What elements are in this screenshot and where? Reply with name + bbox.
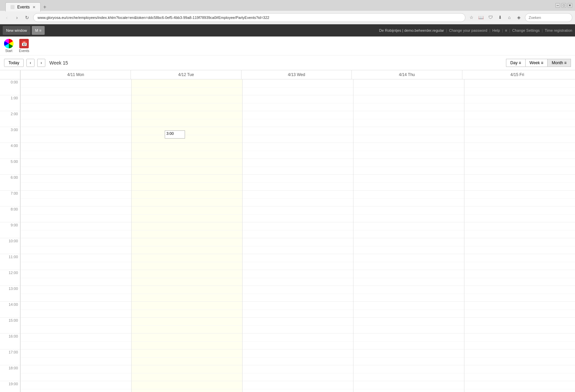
hour-row-d2-h6[interactable] <box>243 175 353 191</box>
reader-icon[interactable]: 📖 <box>477 14 485 22</box>
hour-row-d4-h4[interactable] <box>464 143 575 159</box>
hour-row-d3-h11[interactable] <box>353 254 464 270</box>
calendar-body[interactable]: 0:001:002:003:004:005:006:007:008:009:00… <box>0 79 575 392</box>
hour-row-d4-h2[interactable] <box>464 111 575 127</box>
hour-row-d1-h13[interactable] <box>132 286 242 302</box>
hour-row-d4-h7[interactable] <box>464 191 575 206</box>
hour-row-d4-h8[interactable] <box>464 206 575 222</box>
hour-row-d1-h14[interactable] <box>132 302 242 318</box>
back-button[interactable]: ‹ <box>3 14 11 22</box>
close-button[interactable]: ✕ <box>568 3 572 8</box>
hour-row-d1-h7[interactable] <box>132 191 242 206</box>
new-tab-button[interactable]: + <box>41 3 49 11</box>
hour-row-d1-h1[interactable] <box>132 95 242 111</box>
hour-row-d2-h7[interactable] <box>243 191 353 206</box>
hour-row-d4-h3[interactable] <box>464 127 575 143</box>
help-link[interactable]: Help <box>492 28 500 32</box>
hour-row-d4-h0[interactable] <box>464 79 575 95</box>
week-view-button[interactable]: Week ≡ <box>525 59 548 67</box>
hour-row-d0-h4[interactable] <box>21 143 131 159</box>
home-icon[interactable]: ⌂ <box>505 14 513 22</box>
hour-row-d4-h9[interactable] <box>464 222 575 238</box>
extensions-icon[interactable]: ◈ <box>515 14 523 22</box>
hour-row-d2-h18[interactable] <box>243 365 353 381</box>
hour-row-d0-h1[interactable] <box>21 95 131 111</box>
hour-row-d3-h15[interactable] <box>353 318 464 334</box>
hour-row-d4-h1[interactable] <box>464 95 575 111</box>
hour-row-d1-h12[interactable] <box>132 270 242 286</box>
hour-row-d3-h12[interactable] <box>353 270 464 286</box>
hour-row-d2-h3[interactable] <box>243 127 353 143</box>
hour-row-d4-h18[interactable] <box>464 365 575 381</box>
hour-row-d3-h14[interactable] <box>353 302 464 318</box>
m-menu-button[interactable]: M ≡ <box>32 26 45 35</box>
hour-row-d0-h13[interactable] <box>21 286 131 302</box>
hour-row-d3-h3[interactable] <box>353 127 464 143</box>
search-input[interactable] <box>525 13 572 22</box>
hour-row-d4-h10[interactable] <box>464 238 575 254</box>
hour-row-d2-h1[interactable] <box>243 95 353 111</box>
hour-row-d0-h12[interactable] <box>21 270 131 286</box>
hour-row-d0-h14[interactable] <box>21 302 131 318</box>
hour-row-d0-h0[interactable] <box>21 79 131 95</box>
hour-row-d0-h9[interactable] <box>21 222 131 238</box>
hour-row-d3-h4[interactable] <box>353 143 464 159</box>
hour-row-d2-h11[interactable] <box>243 254 353 270</box>
hour-row-d0-h15[interactable] <box>21 318 131 334</box>
hour-row-d4-h11[interactable] <box>464 254 575 270</box>
hour-row-d2-h14[interactable] <box>243 302 353 318</box>
today-button[interactable]: Today <box>4 59 24 67</box>
hour-row-d2-h9[interactable] <box>243 222 353 238</box>
hour-row-d3-h18[interactable] <box>353 365 464 381</box>
hour-row-d1-h2[interactable] <box>132 111 242 127</box>
day-col-fri[interactable] <box>464 79 575 392</box>
hour-row-d1-h11[interactable] <box>132 254 242 270</box>
hour-row-d0-h6[interactable] <box>21 175 131 191</box>
hour-row-d1-h18[interactable] <box>132 365 242 381</box>
hour-row-d4-h12[interactable] <box>464 270 575 286</box>
tab-close-icon[interactable]: ✕ <box>32 5 36 9</box>
forward-button[interactable]: › <box>13 14 21 22</box>
hour-row-d0-h7[interactable] <box>21 191 131 206</box>
hour-row-d0-h10[interactable] <box>21 238 131 254</box>
hour-row-d1-h15[interactable] <box>132 318 242 334</box>
hour-row-d3-h10[interactable] <box>353 238 464 254</box>
hour-row-d0-h17[interactable] <box>21 349 131 365</box>
hour-row-d3-h7[interactable] <box>353 191 464 206</box>
hour-row-d2-h13[interactable] <box>243 286 353 302</box>
hour-row-d4-h17[interactable] <box>464 349 575 365</box>
hour-row-d2-h17[interactable] <box>243 349 353 365</box>
hour-row-d0-h11[interactable] <box>21 254 131 270</box>
browser-tab[interactable]: Events ✕ <box>5 2 41 11</box>
hour-row-d1-h0[interactable] <box>132 79 242 95</box>
hour-row-d3-h5[interactable] <box>353 159 464 175</box>
hour-row-d2-h0[interactable] <box>243 79 353 95</box>
hour-row-d1-h6[interactable] <box>132 175 242 191</box>
hour-row-d3-h9[interactable] <box>353 222 464 238</box>
hour-row-d3-h0[interactable] <box>353 79 464 95</box>
time-registration-link[interactable]: Time registration <box>545 28 572 32</box>
new-window-button[interactable]: New window <box>3 26 30 35</box>
hour-row-d0-h19[interactable] <box>21 381 131 392</box>
hour-row-d0-h16[interactable] <box>21 334 131 349</box>
hour-row-d0-h8[interactable] <box>21 206 131 222</box>
shield-icon[interactable]: 🛡 <box>486 14 495 22</box>
hour-row-d4-h15[interactable] <box>464 318 575 334</box>
hour-row-d1-h17[interactable] <box>132 349 242 365</box>
hour-row-d2-h10[interactable] <box>243 238 353 254</box>
hour-row-d1-h10[interactable] <box>132 238 242 254</box>
hour-row-d0-h18[interactable] <box>21 365 131 381</box>
day-view-button[interactable]: Day ≡ <box>506 59 526 67</box>
hour-row-d4-h16[interactable] <box>464 334 575 349</box>
hour-row-d1-h5[interactable] <box>132 159 242 175</box>
hour-row-d0-h5[interactable] <box>21 159 131 175</box>
hour-row-d0-h3[interactable] <box>21 127 131 143</box>
hour-row-d3-h2[interactable] <box>353 111 464 127</box>
day-col-tue[interactable]: 3:00 <box>131 79 242 392</box>
hour-row-d3-h17[interactable] <box>353 349 464 365</box>
hour-row-d1-h8[interactable] <box>132 206 242 222</box>
change-password-link[interactable]: Change your password <box>449 28 487 32</box>
next-week-button[interactable]: › <box>37 59 45 67</box>
hour-row-d1-h19[interactable] <box>132 381 242 392</box>
hour-row-d4-h19[interactable] <box>464 381 575 392</box>
